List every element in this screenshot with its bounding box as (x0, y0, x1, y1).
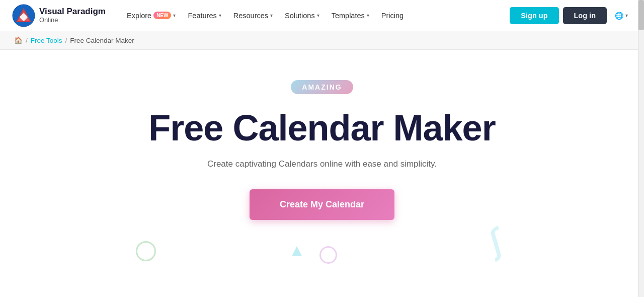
hero-title: Free Calendar Maker (148, 108, 495, 148)
nav-right: Sign up Log in 🌐 ▾ (510, 7, 632, 24)
navbar: Visual Paradigm Online Explore NEW ▾ Fea… (0, 0, 644, 31)
login-button[interactable]: Log in (563, 7, 607, 24)
amazing-badge: AMAZING (291, 80, 353, 94)
scrollbar-thumb[interactable] (638, 0, 644, 30)
nav-label-templates: Templates (332, 12, 365, 20)
logo-icon (12, 4, 35, 27)
globe-icon: 🌐 (615, 12, 623, 20)
chevron-down-icon: ▾ (219, 13, 221, 18)
chevron-down-icon: ▾ (270, 13, 273, 18)
scrollbar[interactable] (638, 0, 644, 266)
logo-text: Visual Paradigm Online (39, 7, 106, 24)
nav-item-features[interactable]: Features ▾ (183, 8, 226, 24)
signup-button[interactable]: Sign up (510, 7, 558, 24)
language-selector[interactable]: 🌐 ▾ (611, 9, 632, 23)
nav-item-templates[interactable]: Templates ▾ (327, 8, 374, 24)
logo-link[interactable]: Visual Paradigm Online (12, 4, 106, 27)
chevron-down-icon: ▾ (625, 13, 628, 18)
nav-item-explore[interactable]: Explore NEW ▾ (122, 8, 181, 24)
hero-section: AMAZING Free Calendar Maker Create capti… (0, 50, 644, 266)
nav-links: Explore NEW ▾ Features ▾ Resources ▾ Sol… (122, 8, 510, 24)
deco-swirl: ʃ (480, 226, 506, 262)
nav-label-features: Features (188, 12, 216, 20)
create-calendar-button[interactable]: Create My Calendar (250, 189, 394, 220)
home-icon[interactable]: 🏠 (14, 36, 23, 44)
nav-item-solutions[interactable]: Solutions ▾ (280, 8, 325, 24)
breadcrumb-current: Free Calendar Maker (70, 37, 134, 44)
nav-item-resources[interactable]: Resources ▾ (228, 8, 278, 24)
hero-subtitle: Create captivating Calendars online with… (207, 159, 437, 169)
brand-sub: Online (39, 17, 106, 24)
breadcrumb-separator: / (26, 37, 28, 44)
nav-label-explore: Explore (127, 12, 151, 20)
nav-item-pricing[interactable]: Pricing (376, 8, 409, 24)
deco-triangle (292, 246, 302, 256)
deco-circle-2 (319, 246, 337, 264)
nav-label-resources: Resources (233, 12, 268, 20)
brand-name: Visual Paradigm (39, 7, 106, 17)
chevron-down-icon: ▾ (367, 13, 369, 18)
deco-circle-1 (136, 241, 156, 261)
decorative-shapes: ʃ (0, 216, 644, 266)
breadcrumb: 🏠 / Free Tools / Free Calendar Maker (0, 31, 644, 50)
breadcrumb-separator-2: / (65, 37, 67, 44)
breadcrumb-free-tools[interactable]: Free Tools (31, 37, 62, 44)
nav-label-pricing: Pricing (381, 12, 404, 20)
nav-badge-new: NEW (153, 12, 171, 19)
nav-label-solutions: Solutions (285, 12, 315, 20)
chevron-down-icon: ▾ (317, 13, 319, 18)
chevron-down-icon: ▾ (173, 13, 176, 18)
